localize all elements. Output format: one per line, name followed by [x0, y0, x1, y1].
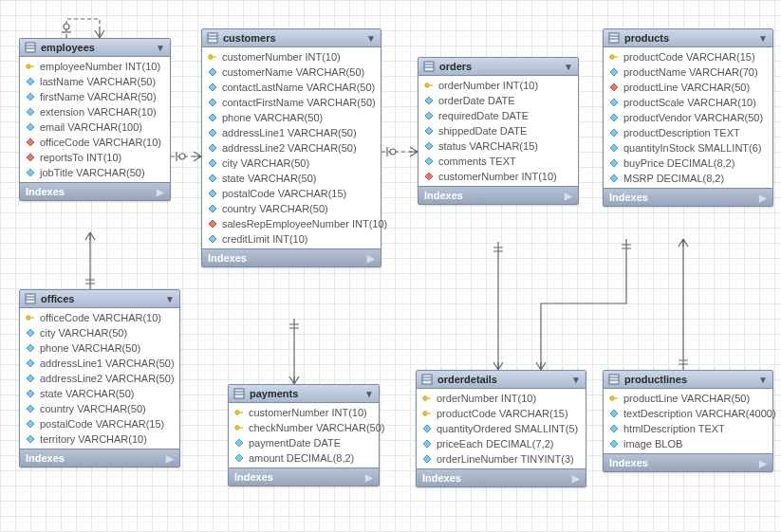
- column-products-2[interactable]: productLine VARCHAR(50): [604, 80, 772, 95]
- column-products-6[interactable]: quantityInStock SMALLINT(6): [604, 140, 772, 156]
- column-employees-6[interactable]: reportsTo INT(10): [20, 150, 170, 165]
- indexes-section[interactable]: Indexes▶: [20, 449, 179, 467]
- table-header[interactable]: products▼: [604, 29, 772, 47]
- column-productlines-3[interactable]: image BLOB: [604, 436, 772, 451]
- collapse-arrow-icon[interactable]: ▼: [564, 62, 573, 72]
- indexes-section[interactable]: Indexes▶: [229, 468, 379, 486]
- column-list: productLine VARCHAR(50)textDescription V…: [604, 389, 772, 453]
- table-header[interactable]: employees▼: [20, 39, 170, 57]
- column-customers-1[interactable]: customerName VARCHAR(50): [202, 64, 381, 80]
- column-offices-2[interactable]: phone VARCHAR(50): [20, 340, 179, 356]
- indexes-section[interactable]: Indexes▶: [604, 188, 772, 206]
- column-employees-5[interactable]: officeCode VARCHAR(10): [20, 135, 170, 150]
- collapse-arrow-icon[interactable]: ▼: [366, 33, 376, 44]
- svg-marker-45: [209, 235, 216, 243]
- svg-marker-73: [423, 425, 431, 432]
- column-products-1[interactable]: productName VARCHAR(70): [604, 64, 772, 80]
- column-products-7[interactable]: buyPrice DECIMAL(8,2): [604, 156, 772, 171]
- primary-key-icon: [609, 52, 619, 62]
- table-products[interactable]: products▼productCode VARCHAR(15)productN…: [603, 28, 773, 207]
- indexes-section[interactable]: Indexes▶: [202, 248, 381, 266]
- collapse-arrow-icon[interactable]: ▼: [571, 375, 581, 385]
- table-orders[interactable]: orders▼orderNumber INT(10)orderDate DATE…: [418, 57, 579, 205]
- column-productlines-1[interactable]: textDescription VARCHAR(4000): [604, 406, 772, 421]
- svg-marker-54: [235, 454, 243, 462]
- column-customers-7[interactable]: city VARCHAR(50): [202, 156, 381, 171]
- collapse-arrow-icon[interactable]: ▼: [156, 43, 165, 53]
- column-orders-3[interactable]: shippedDate DATE: [418, 123, 578, 138]
- table-employees[interactable]: employees▼employeeNumber INT(10)lastName…: [19, 38, 171, 201]
- column-customers-4[interactable]: phone VARCHAR(50): [202, 110, 381, 125]
- column-orders-2[interactable]: requiredDate DATE: [418, 108, 578, 123]
- column-employees-3[interactable]: extension VARCHAR(10): [20, 104, 170, 119]
- column-payments-1[interactable]: checkNumber VARCHAR(50): [229, 420, 379, 435]
- column-products-4[interactable]: productVendor VARCHAR(50): [604, 110, 772, 125]
- column-customers-6[interactable]: addressLine2 VARCHAR(50): [202, 140, 381, 156]
- column-orders-6[interactable]: customerNumber INT(10): [418, 169, 578, 184]
- column-payments-0[interactable]: customerNumber INT(10): [229, 405, 379, 420]
- column-products-0[interactable]: productCode VARCHAR(15): [604, 49, 772, 64]
- column-customers-9[interactable]: postalCode VARCHAR(15): [202, 186, 381, 201]
- table-orderdetails[interactable]: orderdetails▼orderNumber INT(10)productC…: [416, 370, 586, 487]
- column-orders-5[interactable]: comments TEXT: [418, 154, 578, 169]
- column-customers-11[interactable]: salesRepEmployeeNumber INT(10): [202, 216, 381, 231]
- column-label: jobTitle VARCHAR(50): [40, 167, 145, 178]
- table-header[interactable]: orderdetails▼: [417, 371, 586, 389]
- table-payments[interactable]: payments▼customerNumber INT(10)checkNumb…: [228, 384, 380, 486]
- table-header[interactable]: payments▼: [229, 385, 379, 403]
- column-productlines-0[interactable]: productLine VARCHAR(50): [604, 391, 772, 406]
- column-employees-4[interactable]: email VARCHAR(100): [20, 119, 170, 135]
- column-customers-8[interactable]: state VARCHAR(50): [202, 171, 381, 186]
- indexes-section[interactable]: Indexes▶: [418, 186, 578, 204]
- column-customers-0[interactable]: customerNumber INT(10): [202, 49, 381, 64]
- column-products-3[interactable]: productScale VARCHAR(10): [604, 95, 772, 110]
- column-orderdetails-1[interactable]: productCode VARCHAR(15): [417, 406, 586, 421]
- column-orderdetails-0[interactable]: orderNumber INT(10): [417, 391, 586, 406]
- svg-point-49: [235, 411, 239, 414]
- column-offices-4[interactable]: addressLine2 VARCHAR(50): [20, 371, 179, 386]
- column-productlines-2[interactable]: htmlDescription TEXT: [604, 421, 772, 436]
- column-label: salesRepEmployeeNumber INT(10): [222, 218, 387, 229]
- column-orderdetails-4[interactable]: orderLineNumber TINYINT(3): [417, 451, 586, 467]
- column-employees-7[interactable]: jobTitle VARCHAR(50): [20, 165, 170, 180]
- column-customers-2[interactable]: contactLastName VARCHAR(50): [202, 80, 381, 95]
- indexes-section[interactable]: Indexes▶: [604, 453, 772, 471]
- collapse-arrow-icon[interactable]: ▼: [758, 375, 768, 385]
- column-offices-6[interactable]: country VARCHAR(50): [20, 401, 179, 416]
- table-header[interactable]: orders▼: [418, 58, 578, 76]
- table-productlines[interactable]: productlines▼productLine VARCHAR(50)text…: [603, 370, 773, 472]
- collapse-arrow-icon[interactable]: ▼: [165, 294, 175, 304]
- column-customers-5[interactable]: addressLine1 VARCHAR(50): [202, 125, 381, 140]
- column-orders-0[interactable]: orderNumber INT(10): [418, 78, 578, 93]
- table-header[interactable]: productlines▼: [604, 371, 772, 389]
- column-payments-3[interactable]: amount DECIMAL(8,2): [229, 450, 379, 466]
- table-header[interactable]: offices▼: [20, 290, 179, 308]
- column-orders-4[interactable]: status VARCHAR(15): [418, 138, 578, 154]
- expand-arrow-icon: ▶: [572, 473, 580, 484]
- column-offices-5[interactable]: state VARCHAR(50): [20, 386, 179, 401]
- column-employees-2[interactable]: firstName VARCHAR(50): [20, 89, 170, 104]
- column-payments-2[interactable]: paymentDate DATE: [229, 435, 379, 450]
- column-employees-1[interactable]: lastName VARCHAR(50): [20, 74, 170, 89]
- column-customers-12[interactable]: creditLimit INT(10): [202, 231, 381, 247]
- collapse-arrow-icon[interactable]: ▼: [364, 389, 374, 399]
- column-orderdetails-2[interactable]: quantityOrdered SMALLINT(5): [417, 421, 586, 436]
- table-offices[interactable]: offices▼officeCode VARCHAR(10)city VARCH…: [19, 289, 180, 468]
- table-customers[interactable]: customers▼customerNumber INT(10)customer…: [201, 28, 381, 267]
- column-offices-0[interactable]: officeCode VARCHAR(10): [20, 310, 179, 325]
- column-orderdetails-3[interactable]: priceEach DECIMAL(7,2): [417, 436, 586, 451]
- column-employees-0[interactable]: employeeNumber INT(10): [20, 59, 170, 74]
- column-products-5[interactable]: productDescription TEXT: [604, 125, 772, 140]
- column-orders-1[interactable]: orderDate DATE: [418, 93, 578, 108]
- table-header[interactable]: customers▼: [202, 29, 381, 47]
- column-customers-10[interactable]: country VARCHAR(50): [202, 201, 381, 216]
- collapse-arrow-icon[interactable]: ▼: [758, 33, 768, 44]
- column-offices-7[interactable]: postalCode VARCHAR(15): [20, 416, 179, 431]
- column-products-8[interactable]: MSRP DECIMAL(8,2): [604, 171, 772, 186]
- column-offices-1[interactable]: city VARCHAR(50): [20, 325, 179, 340]
- indexes-section[interactable]: Indexes▶: [20, 182, 170, 200]
- column-offices-8[interactable]: territory VARCHAR(10): [20, 431, 179, 447]
- column-customers-3[interactable]: contactFirstName VARCHAR(50): [202, 95, 381, 110]
- column-offices-3[interactable]: addressLine1 VARCHAR(50): [20, 356, 179, 371]
- indexes-section[interactable]: Indexes▶: [417, 468, 586, 486]
